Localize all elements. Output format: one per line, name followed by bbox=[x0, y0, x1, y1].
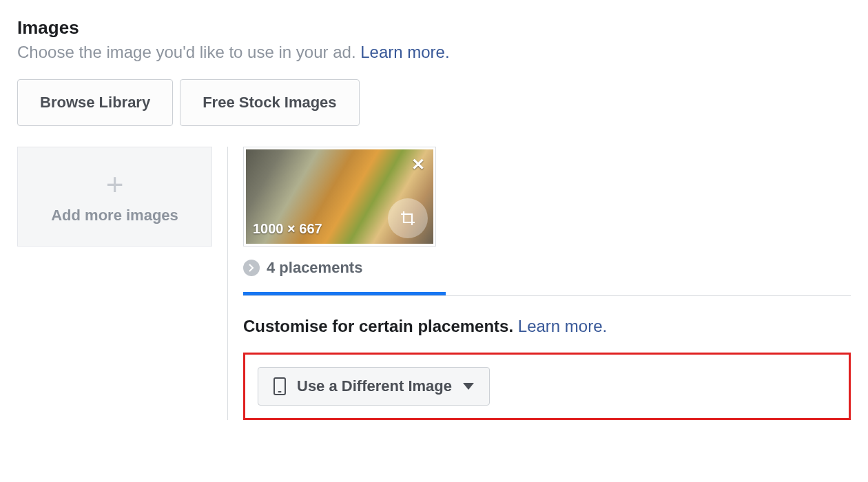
placements-count: 4 placements bbox=[267, 259, 362, 277]
learn-more-link[interactable]: Learn more. bbox=[360, 43, 449, 61]
thumbnail-image: ✕ 1000 × 667 bbox=[246, 149, 433, 244]
chevron-down-icon bbox=[463, 383, 474, 390]
placements-row[interactable]: 4 placements bbox=[243, 259, 362, 277]
preview-column: ✕ 1000 × 667 4 placements bbox=[243, 147, 851, 420]
image-dimensions: 1000 × 667 bbox=[253, 221, 322, 237]
mobile-device-icon bbox=[273, 377, 286, 395]
add-more-images-label: Add more images bbox=[51, 207, 178, 224]
arrow-right-circle-icon bbox=[243, 260, 260, 276]
customise-learn-more-link[interactable]: Learn more. bbox=[518, 317, 607, 335]
browse-library-button[interactable]: Browse Library bbox=[17, 79, 173, 126]
customise-line: Customise for certain placements. Learn … bbox=[243, 317, 851, 336]
section-description: Choose the image you'd like to use in yo… bbox=[17, 43, 851, 62]
section-title: Images bbox=[17, 17, 851, 39]
free-stock-images-button[interactable]: Free Stock Images bbox=[180, 79, 359, 126]
close-icon: ✕ bbox=[411, 155, 425, 174]
horizontal-divider bbox=[243, 295, 851, 296]
highlight-box: Use a Different Image bbox=[243, 353, 851, 420]
customise-text: Customise for certain placements. bbox=[243, 317, 513, 335]
images-content-row: + Add more images ✕ 1000 × 667 bbox=[17, 147, 851, 420]
dropdown-label: Use a Different Image bbox=[297, 377, 452, 395]
vertical-divider bbox=[227, 147, 228, 420]
plus-icon: + bbox=[106, 169, 124, 200]
use-different-image-dropdown[interactable]: Use a Different Image bbox=[258, 367, 490, 406]
add-more-images-button[interactable]: + Add more images bbox=[17, 147, 212, 247]
remove-image-button[interactable]: ✕ bbox=[409, 155, 428, 174]
crop-image-button[interactable] bbox=[388, 198, 428, 238]
preview-tab[interactable]: ✕ 1000 × 667 4 placements bbox=[243, 147, 851, 295]
section-desc-text: Choose the image you'd like to use in yo… bbox=[17, 43, 356, 61]
image-thumbnail[interactable]: ✕ 1000 × 667 bbox=[243, 147, 436, 247]
library-button-row: Browse Library Free Stock Images bbox=[17, 79, 851, 126]
crop-icon bbox=[400, 210, 416, 227]
